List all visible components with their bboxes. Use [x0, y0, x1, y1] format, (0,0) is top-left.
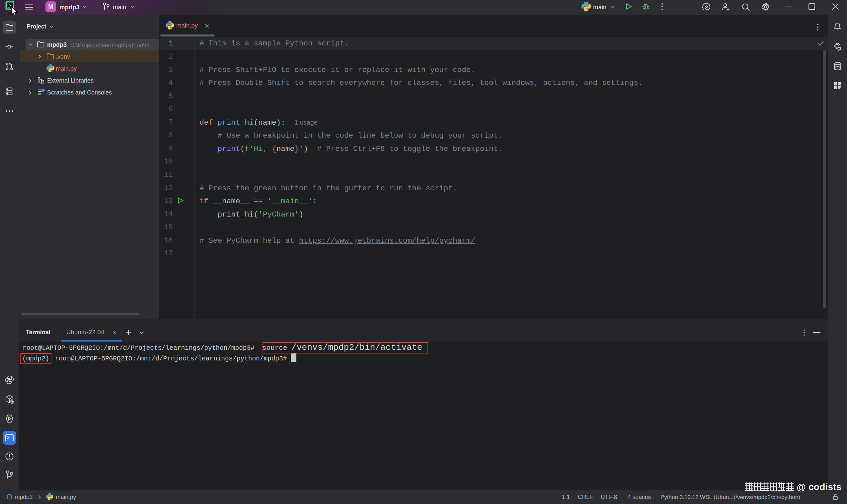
svg-text:PC: PC — [7, 3, 12, 6]
